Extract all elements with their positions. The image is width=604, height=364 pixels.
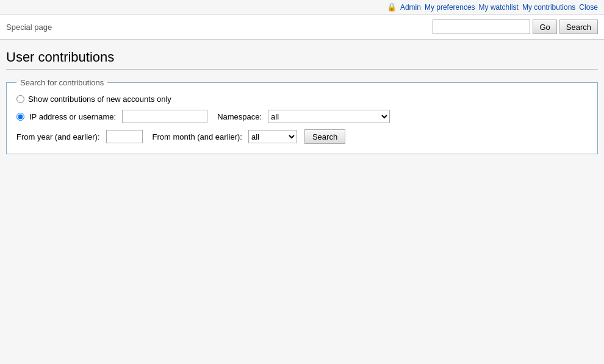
my-contributions-link[interactable]: My contributions (522, 3, 575, 12)
top-bar: 🔒 Admin My preferences My watchlist My c… (0, 0, 604, 15)
top-search-input[interactable] (433, 20, 530, 34)
year-month-row: From year (and earlier): From month (and… (16, 129, 588, 144)
special-page-label: Special page (6, 23, 52, 32)
new-accounts-radio[interactable] (16, 95, 24, 103)
namespace-label: Namespace: (217, 112, 262, 121)
form-legend: Search for contributions (16, 78, 107, 87)
admin-link[interactable]: Admin (400, 3, 421, 12)
user-icon: 🔒 (387, 2, 397, 12)
new-accounts-row: Show contributions of new accounts only (16, 95, 588, 104)
year-input[interactable] (106, 130, 143, 143)
month-select[interactable]: allJanuaryFebruaryMarchAprilMayJuneJulyA… (248, 130, 297, 143)
page-title: User contributions (6, 49, 598, 70)
go-button[interactable]: Go (533, 20, 556, 34)
search-button[interactable]: Search (559, 20, 598, 34)
ip-namespace-row: IP address or username: Namespace: all(A… (16, 110, 588, 123)
from-month-label: From month (and earlier): (153, 132, 242, 141)
close-link[interactable]: Close (579, 3, 598, 12)
my-preferences-link[interactable]: My preferences (425, 3, 475, 12)
search-bar-row: Special page Go Search (0, 15, 604, 40)
contributions-form: Search for contributions Show contributi… (6, 78, 598, 154)
ip-radio-label[interactable]: IP address or username: (29, 112, 116, 121)
ip-username-input[interactable] (122, 110, 207, 123)
new-accounts-label[interactable]: Show contributions of new accounts only (28, 95, 171, 104)
namespace-select[interactable]: all(Article)TalkUserUser talkWikipediaWi… (268, 110, 390, 123)
contrib-search-button[interactable]: Search (304, 129, 345, 144)
search-bar-right: Go Search (433, 20, 598, 34)
ip-radio[interactable] (16, 113, 24, 121)
main-content: User contributions Search for contributi… (0, 40, 604, 170)
from-year-label: From year (and earlier): (16, 132, 100, 141)
my-watchlist-link[interactable]: My watchlist (479, 3, 519, 12)
